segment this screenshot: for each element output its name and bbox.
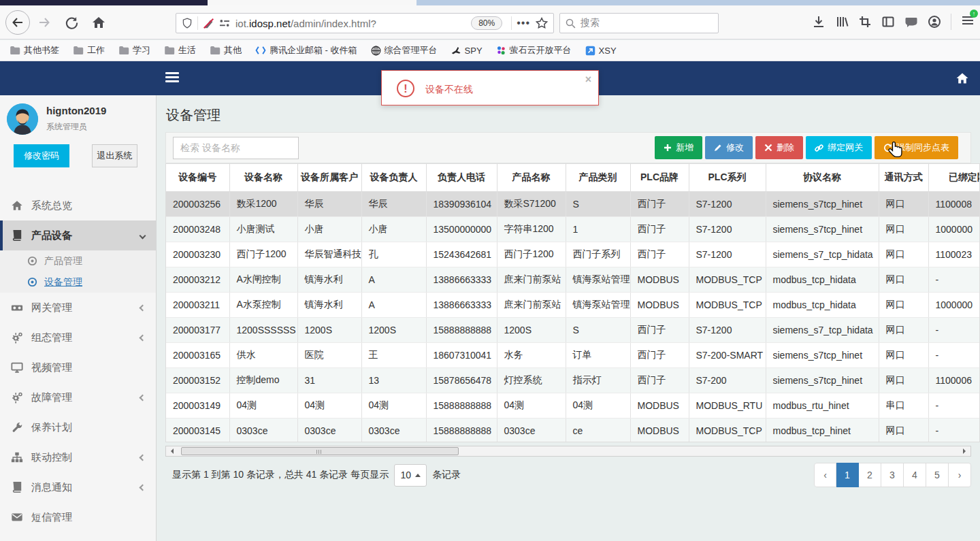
bookmark-mgmt-platform[interactable]: 综合管理平台: [371, 44, 438, 56]
delete-button[interactable]: 删除: [755, 136, 803, 159]
sidebar-item-gateway[interactable]: 网关管理: [0, 293, 156, 323]
cell: 孔: [361, 242, 426, 267]
table-row[interactable]: 2000031450303ce0303ce0303ce1588888888803…: [166, 418, 980, 442]
bind-gateway-button[interactable]: 绑定网关: [806, 136, 872, 159]
scrollbar-thumb[interactable]: [181, 447, 459, 455]
table-row[interactable]: 200003212A水闸控制镇海水利A13886663333庶来门前泵站镇海泵站…: [166, 267, 980, 292]
page-button-5[interactable]: 5: [926, 463, 949, 487]
sidebar-item-scada[interactable]: 组态管理: [0, 323, 156, 353]
page-button-1[interactable]: 1: [836, 463, 859, 487]
reload-button[interactable]: [63, 14, 80, 31]
logout-button[interactable]: 退出系统: [92, 144, 137, 167]
alert-close-icon[interactable]: ×: [585, 73, 591, 86]
chevron-left-icon: [140, 304, 146, 311]
column-header-8[interactable]: PLC系列: [689, 164, 766, 191]
column-header-5[interactable]: 产品名称: [497, 164, 566, 191]
table-row[interactable]: 2000031771200SSSSSS1200S1200S15888888888…: [166, 317, 980, 342]
sidebar-item-overview[interactable]: 系统总览: [0, 191, 156, 220]
sidebar-item-sms[interactable]: 短信管理: [0, 502, 156, 532]
page-button-2[interactable]: 2: [859, 463, 881, 487]
sidebar-item-maintenance[interactable]: 保养计划: [0, 412, 156, 442]
cell: 西门子: [630, 191, 689, 216]
column-header-3[interactable]: 设备负责人: [361, 164, 426, 191]
alert-text: 设备不在线: [425, 84, 473, 96]
sidebar-item-linkage[interactable]: 联动控制: [0, 442, 156, 472]
sidebar-item-product-mgmt[interactable]: 产品管理: [0, 250, 156, 272]
avatar[interactable]: [7, 103, 38, 135]
menu-button[interactable]: ↑: [961, 14, 975, 30]
bookmark-spy[interactable]: SPY: [451, 46, 483, 56]
change-password-button[interactable]: 修改密码: [14, 144, 69, 167]
scroll-left-arrow-icon[interactable]: [168, 448, 174, 454]
home-button[interactable]: [90, 14, 108, 31]
cell: MODBUS_TCP: [689, 418, 766, 442]
column-header-9[interactable]: 协议名称: [766, 164, 879, 191]
sidebar-item-notify[interactable]: 消息通知: [0, 472, 156, 502]
page-button-3[interactable]: 3: [881, 463, 904, 487]
column-header-0[interactable]: 设备编号: [166, 164, 229, 191]
bookmark-folder-life[interactable]: 生活: [164, 44, 196, 56]
exclamation-circle-icon: !: [397, 80, 414, 97]
sidebar-item-device-mgmt[interactable]: 设备管理: [0, 272, 156, 293]
screenshot-icon[interactable]: [858, 15, 872, 29]
bookmark-xsy[interactable]: XSY: [585, 46, 617, 56]
table-row[interactable]: 200003248小唐测试小唐小唐13500000000字符串12001西门子S…: [166, 216, 980, 242]
bookmark-folder-other[interactable]: 其他书签: [10, 44, 59, 56]
url-text[interactable]: iot.idosp.net/admin/index.html?: [235, 18, 467, 29]
forward-button[interactable]: [35, 14, 53, 31]
sidebar-item-product-device[interactable]: 产品设备: [0, 220, 156, 250]
column-header-10[interactable]: 通讯方式: [879, 164, 928, 191]
bookmark-folder-work[interactable]: 工作: [73, 44, 105, 56]
column-header-4[interactable]: 负责人电话: [426, 164, 497, 191]
column-header-11[interactable]: 已绑定网关: [928, 164, 980, 191]
cell: 13886663333: [426, 292, 497, 317]
edit-button[interactable]: 修改: [705, 136, 753, 159]
bookmark-star-icon[interactable]: [536, 17, 548, 29]
table-row[interactable]: 200003256数采1200华辰华辰18390936104数采S71200S西…: [166, 191, 980, 216]
site-identity-icon[interactable]: [219, 18, 230, 28]
sidebar-item-fault[interactable]: 故障管理: [0, 382, 156, 412]
column-header-2[interactable]: 设备所属客户: [297, 164, 361, 191]
cell: 医院: [297, 342, 361, 367]
page-actions-icon[interactable]: •••: [517, 17, 530, 29]
column-header-7[interactable]: PLC品牌: [630, 164, 689, 191]
back-button[interactable]: [5, 10, 30, 35]
cell: 1: [566, 216, 630, 242]
scroll-right-arrow-icon[interactable]: [963, 448, 968, 454]
table-row[interactable]: 200003165供水医院王18607310041水务订单西门子S7-200-S…: [166, 342, 980, 367]
cell: 04测: [361, 393, 426, 418]
shield-icon[interactable]: [182, 18, 193, 29]
app-home-button[interactable]: [956, 71, 969, 88]
bookmark-tencent-mail[interactable]: 腾讯企业邮箱 - 收件箱: [255, 44, 357, 56]
table-row[interactable]: 200003230西门子1200华辰智通科技孔15243642681西门子120…: [166, 242, 980, 267]
zoom-level-badge[interactable]: 80%: [471, 16, 502, 30]
bookmark-folder-misc[interactable]: 其他: [210, 44, 242, 56]
permission-blocked-icon[interactable]: [203, 18, 214, 29]
column-header-6[interactable]: 产品类别: [566, 164, 630, 191]
sidebar-item-video[interactable]: 视频管理: [0, 353, 156, 382]
bookmark-folder-study[interactable]: 学习: [118, 44, 150, 56]
table-row[interactable]: 200003152控制demo311315878656478灯控系统指示灯西门子…: [166, 367, 980, 393]
pocket-chat-icon[interactable]: [904, 15, 918, 29]
account-icon[interactable]: [928, 15, 941, 29]
horizontal-scrollbar[interactable]: [165, 446, 971, 457]
downloads-icon[interactable]: [812, 15, 826, 29]
library-icon[interactable]: [835, 15, 849, 29]
sidebar-collapse-button[interactable]: [165, 72, 179, 83]
browser-search-box[interactable]: 搜索: [559, 13, 719, 33]
sidebar-toggle-icon[interactable]: [881, 15, 895, 29]
page-size-dropdown[interactable]: 10: [394, 464, 427, 487]
cell: 13500000000: [426, 216, 497, 242]
column-header-1[interactable]: 设备名称: [229, 164, 297, 191]
page-prev[interactable]: ‹: [814, 463, 836, 487]
force-sync-button[interactable]: 强制同步点表: [875, 136, 958, 159]
page-next[interactable]: ›: [949, 463, 971, 487]
device-search-input[interactable]: [173, 137, 299, 159]
cell: 庶来门前泵站: [497, 267, 566, 292]
table-row[interactable]: 200003211A水泵控制镇海水利A13886663333庶来门前泵站镇海泵站…: [166, 292, 980, 317]
url-bar[interactable]: iot.idosp.net/admin/index.html? 80% •••: [176, 13, 554, 33]
table-row[interactable]: 20000314904测04测04测1588888888804测04测MODBU…: [166, 393, 980, 418]
page-button-4[interactable]: 4: [904, 463, 926, 487]
bookmark-ezviz[interactable]: 萤石云开放平台: [496, 44, 572, 56]
add-button[interactable]: 新增: [655, 136, 702, 159]
